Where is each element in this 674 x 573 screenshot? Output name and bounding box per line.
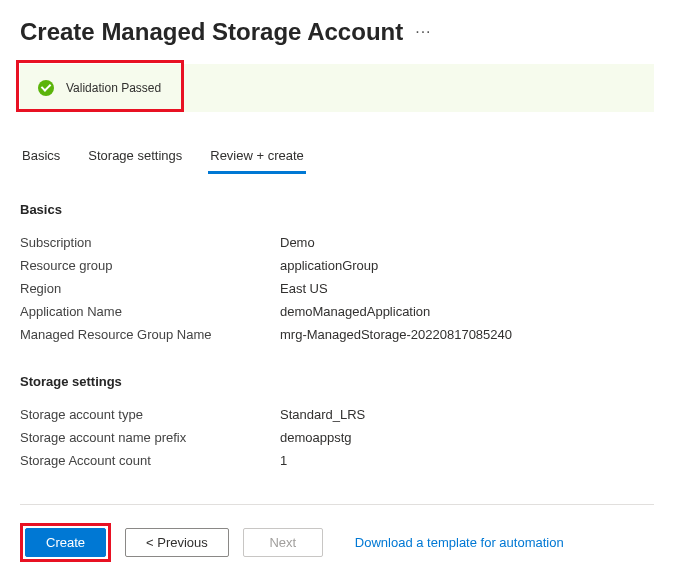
label: Storage account name prefix (20, 430, 280, 445)
row-region: Region East US (20, 277, 654, 300)
row-managed-resource-group: Managed Resource Group Name mrg-ManagedS… (20, 323, 654, 346)
label: Subscription (20, 235, 280, 250)
value: applicationGroup (280, 258, 378, 273)
previous-button[interactable]: < Previous (125, 528, 229, 557)
label: Application Name (20, 304, 280, 319)
tab-review-create[interactable]: Review + create (208, 142, 306, 174)
tab-bar: Basics Storage settings Review + create (20, 142, 654, 174)
footer-bar: Create < Previous Next Download a templa… (20, 504, 654, 562)
create-button[interactable]: Create (25, 528, 106, 557)
row-storage-count: Storage Account count 1 (20, 449, 654, 472)
value: demoManagedApplication (280, 304, 430, 319)
validation-region: Validation Passed (20, 64, 654, 112)
page-header: Create Managed Storage Account ··· (20, 18, 654, 46)
next-button: Next (243, 528, 323, 557)
row-resource-group: Resource group applicationGroup (20, 254, 654, 277)
tab-basics[interactable]: Basics (20, 142, 62, 174)
more-icon[interactable]: ··· (415, 23, 431, 41)
label: Storage Account count (20, 453, 280, 468)
label: Managed Resource Group Name (20, 327, 280, 342)
row-storage-prefix: Storage account name prefix demoappstg (20, 426, 654, 449)
section-storage-settings: Storage settings Storage account type St… (20, 374, 654, 472)
label: Region (20, 281, 280, 296)
value: 1 (280, 453, 287, 468)
label: Storage account type (20, 407, 280, 422)
value: Standard_LRS (280, 407, 365, 422)
value: Demo (280, 235, 315, 250)
download-template-link[interactable]: Download a template for automation (355, 535, 564, 550)
page-title: Create Managed Storage Account (20, 18, 403, 46)
section-title-basics: Basics (20, 202, 654, 217)
value: demoappstg (280, 430, 352, 445)
validation-message: Validation Passed (66, 81, 161, 95)
label: Resource group (20, 258, 280, 273)
highlight-box: Create (20, 523, 111, 562)
row-storage-type: Storage account type Standard_LRS (20, 403, 654, 426)
section-title-storage: Storage settings (20, 374, 654, 389)
check-circle-icon (38, 80, 54, 96)
row-application-name: Application Name demoManagedApplication (20, 300, 654, 323)
validation-banner: Validation Passed (20, 64, 654, 112)
value: mrg-ManagedStorage-20220817085240 (280, 327, 512, 342)
row-subscription: Subscription Demo (20, 231, 654, 254)
value: East US (280, 281, 328, 296)
section-basics: Basics Subscription Demo Resource group … (20, 202, 654, 346)
tab-storage-settings[interactable]: Storage settings (86, 142, 184, 174)
